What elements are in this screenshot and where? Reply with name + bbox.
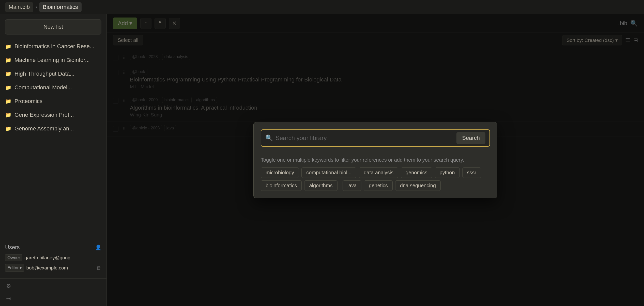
content-area: Add ▾ ↑ ❝ ✕ .bib 🔍 Select all [107,14,644,306]
sidebar-item-label: Computational Model... [14,84,72,91]
users-header: Users 👤 [5,244,101,251]
modal-overlay: 🔍 Search Toggle one or multiple keywords… [107,14,644,306]
search-button[interactable]: Search [456,132,485,144]
editor-email: bob@example.com [26,265,68,271]
new-list-button[interactable]: New list [5,19,101,35]
sidebar-item-bioinformatics-cancer[interactable]: 📁 Bioinformatics in Cancer Rese... [0,40,106,53]
folder-icon: 📁 [5,57,11,63]
chevron-down-icon: ▾ [20,265,22,270]
sidebar-list: 📁 Bioinformatics in Cancer Rese... 📁 Mac… [0,38,106,240]
owner-badge: Owner [5,254,22,261]
sidebar-actions: ⚙ ⇥ [0,278,106,306]
keyword-dna-sequencing[interactable]: dna sequencing [395,180,441,191]
sidebar-item-proteomics[interactable]: 📁 Proteomics [0,94,106,108]
folder-icon: 📁 [5,126,11,132]
keyword-microbiology[interactable]: microbiology [261,167,299,178]
search-input-row: 🔍 Search [261,129,490,147]
breadcrumb-separator: › [35,4,37,10]
breadcrumb-current[interactable]: Bioinformatics [39,2,81,12]
users-title: Users [5,244,20,251]
owner-row: Owner gareth.bilaney@goog... [5,254,101,261]
sidebar-item-label: Bioinformatics in Cancer Rese... [14,43,94,50]
sidebar-item-machine-learning[interactable]: 📁 Machine Learning in Bioinfor... [0,53,106,67]
keyword-algorithms[interactable]: algorithms [304,180,337,191]
sidebar-item-computational-model[interactable]: 📁 Computational Model... [0,81,106,94]
top-bar: Main.bib › Bioinformatics [0,0,644,14]
keyword-genetics[interactable]: genetics [364,180,393,191]
divider [261,152,490,152]
sidebar-item-label: Machine Learning in Bioinfor... [14,57,90,63]
owner-email: gareth.bilaney@goog... [24,255,74,261]
keywords-row: microbiology computational biol... data … [261,167,490,191]
folder-icon: 📁 [5,98,11,104]
sidebar-item-label: Proteomics [14,98,42,105]
editor-label: Editor [7,265,19,270]
search-modal: 🔍 Search Toggle one or multiple keywords… [253,122,497,198]
breadcrumb-parent[interactable]: Main.bib [5,2,33,12]
sidebar-item-gene-expression[interactable]: 📁 Gene Expression Prof... [0,108,106,122]
search-glass-icon: 🔍 [265,134,273,142]
keyword-sssr[interactable]: sssr [462,167,481,178]
keyword-python[interactable]: python [435,167,460,178]
sidebar-item-label: Genome Assembly an... [14,125,74,132]
main-layout: New list 📁 Bioinformatics in Cancer Rese… [0,14,644,306]
settings-icon[interactable]: ⚙ [4,281,102,291]
logout-icon[interactable]: ⇥ [4,293,102,304]
folder-icon: 📁 [5,112,11,118]
keyword-genomics[interactable]: genomics [401,167,432,178]
keyword-data-analysis[interactable]: data analysis [359,167,398,178]
editor-role-select[interactable]: Editor ▾ [5,264,24,272]
editor-row: Editor ▾ bob@example.com 🗑 [5,264,101,272]
keyword-bioinformatics[interactable]: bioinformatics [261,180,302,191]
delete-editor-icon[interactable]: 🗑 [97,265,101,271]
sidebar-item-label: High-Throughput Data... [14,71,74,77]
sidebar-item-high-throughput[interactable]: 📁 High-Throughput Data... [0,67,106,81]
users-section: Users 👤 Owner gareth.bilaney@goog... Edi… [0,240,106,278]
user-icon: 👤 [95,244,101,250]
sidebar-item-label: Gene Expression Prof... [14,112,74,118]
sidebar-header: New list [0,14,106,38]
folder-icon: 📁 [5,84,11,91]
sidebar-item-genome-assembly[interactable]: 📁 Genome Assembly an... [0,122,106,135]
search-input[interactable] [275,130,456,146]
folder-icon: 📁 [5,71,11,77]
keyword-java[interactable]: java [343,180,362,191]
sidebar: New list 📁 Bioinformatics in Cancer Rese… [0,14,107,306]
keyword-computational-biol[interactable]: computational biol... [301,167,356,178]
folder-icon: 📁 [5,43,11,49]
toggle-hint: Toggle one or multiple keywords to filte… [261,157,490,163]
